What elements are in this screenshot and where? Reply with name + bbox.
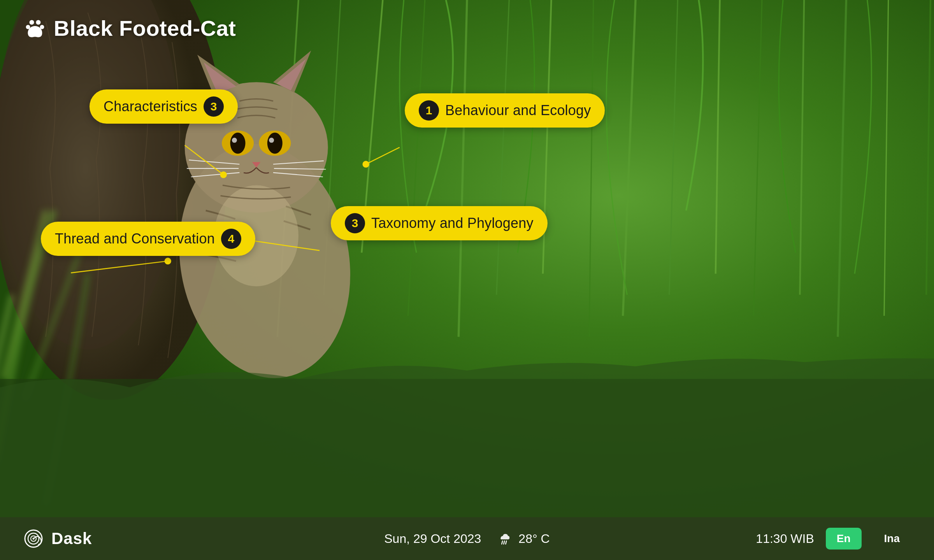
annotation-badge-thread: 4 — [221, 229, 241, 249]
weather-icon — [497, 531, 512, 546]
annotation-text-thread: Thread and Conservation — [55, 231, 215, 247]
annotation-text-taxonomy: Taxonomy and Phylogeny — [371, 215, 534, 231]
taskbar-right: 11:30 WIB En Ina — [756, 528, 911, 550]
language-en-button[interactable]: En — [826, 528, 862, 550]
svg-line-58 — [502, 541, 502, 544]
annotation-taxonomy[interactable]: 3 Taxonomy and Phylogeny — [331, 206, 548, 240]
header: Black Footed-Cat — [0, 0, 934, 56]
annotation-badge-behaviour: 1 — [419, 100, 439, 121]
svg-point-29 — [232, 138, 237, 143]
temperature-display: 28° C — [518, 532, 550, 546]
svg-point-51 — [36, 20, 40, 24]
paw-icon — [23, 17, 47, 40]
animal-title: Black Footed-Cat — [54, 16, 236, 41]
taskbar-logo-area: Dask — [23, 528, 92, 549]
svg-point-28 — [267, 133, 283, 154]
dask-logo-icon — [23, 528, 44, 549]
annotation-badge-characteristics: 3 — [204, 96, 224, 117]
annotation-text-characteristics: Characteristics — [104, 98, 197, 115]
annotation-behaviour[interactable]: 1 Behaviour and Ecology — [405, 93, 605, 128]
date-display: Sun, 29 Oct 2023 — [384, 532, 481, 546]
annotation-thread[interactable]: Thread and Conservation 4 — [41, 222, 255, 256]
svg-line-59 — [504, 541, 504, 544]
annotation-characteristics[interactable]: Characteristics 3 — [90, 89, 238, 124]
taskbar-center: Sun, 29 Oct 2023 28° C — [384, 531, 550, 546]
time-display: 11:30 WIB — [756, 532, 814, 546]
logo-text: Dask — [51, 529, 92, 548]
svg-line-60 — [506, 541, 506, 544]
svg-point-27 — [230, 133, 246, 154]
annotation-text-behaviour: Behaviour and Ecology — [445, 102, 591, 119]
svg-point-30 — [269, 138, 274, 143]
svg-point-50 — [30, 20, 34, 24]
taskbar: Dask Sun, 29 Oct 2023 28° C 11:30 WIB En… — [0, 517, 934, 560]
annotation-badge-taxonomy: 3 — [345, 213, 365, 233]
language-ina-button[interactable]: Ina — [873, 528, 911, 550]
weather-area: 28° C — [497, 531, 550, 546]
animal-title-area: Black Footed-Cat — [23, 16, 236, 41]
